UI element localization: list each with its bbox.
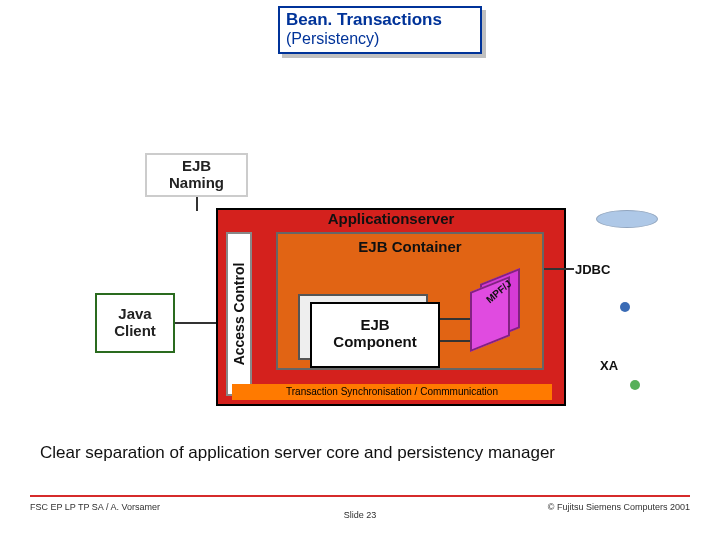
ejb-naming-box: EJB Naming [145, 153, 248, 197]
java-client-line2: Client [97, 322, 173, 339]
slide-title-line2: (Persistency) [286, 30, 474, 48]
java-client-box: Java Client [95, 293, 175, 353]
connector-line [196, 197, 198, 211]
jdbc-label: JDBC [575, 262, 610, 277]
connector-line [440, 340, 470, 342]
footer-right: © Fujitsu Siemens Computers 2001 [548, 502, 690, 512]
footer-divider [30, 495, 690, 497]
xa-label: XA [600, 358, 618, 373]
ejb-container-title: EJB Container [276, 238, 544, 255]
connector-line [544, 268, 574, 270]
connector-line [440, 318, 470, 320]
java-client-line1: Java [97, 305, 173, 322]
transaction-sync-bar: Transaction Synchronisation / Commmunica… [232, 384, 552, 400]
access-control-box: Access Control [226, 232, 252, 396]
slide-caption: Clear separation of application server c… [40, 443, 680, 463]
db-dot-icon [620, 302, 630, 312]
ejb-component-box: EJB Component [310, 302, 440, 368]
db-dot-icon [630, 380, 640, 390]
slide-root: Bean. Transactions (Persistency) EJB Nam… [0, 0, 720, 540]
slide-title-line1: Bean. Transactions [286, 10, 474, 30]
database-icon [596, 210, 658, 228]
ejb-component-line1: EJB [312, 317, 438, 334]
ejb-naming-line1: EJB [147, 158, 246, 175]
ejb-component-line2: Component [312, 334, 438, 351]
slide-title-box: Bean. Transactions (Persistency) [278, 6, 482, 54]
ejb-naming-line2: Naming [147, 175, 246, 192]
applicationserver-title: Applicationserver [216, 210, 566, 227]
access-control-label: Access Control [231, 263, 247, 366]
